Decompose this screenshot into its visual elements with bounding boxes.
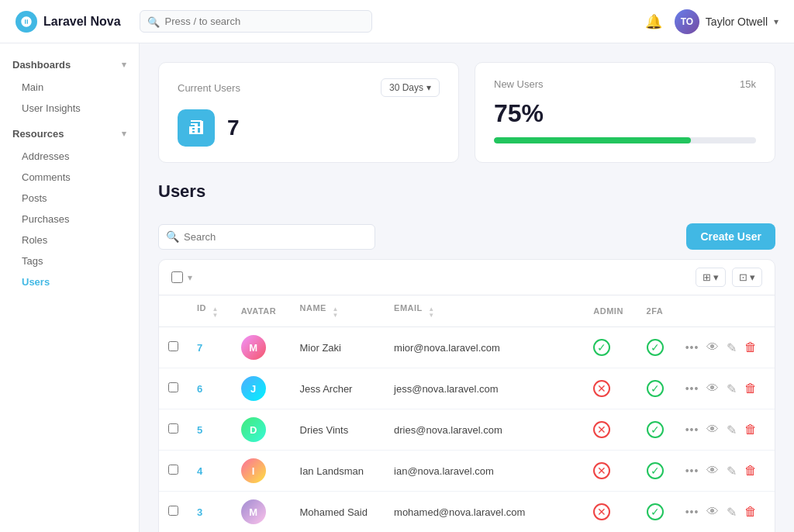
delete-button[interactable]: 🗑: [744, 340, 757, 354]
delete-button[interactable]: 🗑: [744, 423, 757, 437]
table-row: 5 D Dries Vints dries@nova.laravel.com ✕…: [159, 409, 775, 451]
row-checkbox[interactable]: [168, 423, 178, 434]
sidebar-item-user-insights[interactable]: User Insights: [0, 98, 139, 119]
users-section: Users 🔍 Create User ▾: [158, 181, 775, 532]
row-checkbox[interactable]: [168, 382, 178, 392]
more-actions-button[interactable]: •••: [685, 423, 699, 436]
more-actions-button[interactable]: •••: [685, 506, 699, 518]
search-wrap: 🔍: [158, 224, 375, 250]
row-id: 7: [188, 327, 232, 368]
sidebar-item-roles[interactable]: Roles: [0, 230, 139, 250]
chevron-icon: ▾: [122, 129, 126, 139]
table-container: ▾ ⊞ ▾ ⊡ ▾: [158, 259, 775, 532]
row-name: Ian Landsman: [291, 451, 385, 492]
more-actions-button[interactable]: •••: [685, 341, 699, 354]
table-search-input[interactable]: [158, 224, 375, 250]
edit-button[interactable]: ✎: [727, 340, 737, 355]
view-button[interactable]: 👁: [706, 423, 719, 437]
sidebar-item-addresses[interactable]: Addresses: [0, 146, 139, 167]
edit-button[interactable]: ✎: [727, 464, 737, 478]
row-email: mior@nova.laravel.com: [385, 327, 584, 368]
sidebar-item-users[interactable]: Users: [0, 271, 139, 292]
delete-button[interactable]: 🗑: [744, 382, 757, 396]
more-actions-button[interactable]: •••: [685, 382, 699, 395]
row-avatar-cell: J: [232, 368, 291, 409]
create-user-button[interactable]: Create User: [686, 223, 775, 250]
stats-row: Current Users 30 Days ▾ 7: [158, 62, 775, 163]
search-bar: 🔍: [140, 10, 372, 33]
sidebar-item-comments[interactable]: Comments: [0, 167, 139, 188]
chevron-down-icon: ▾: [774, 16, 778, 27]
search-input[interactable]: [140, 10, 372, 33]
sidebar-item-tags[interactable]: Tags: [0, 250, 139, 271]
edit-button[interactable]: ✎: [727, 382, 737, 396]
row-twofa: ✓: [637, 409, 676, 451]
bell-icon[interactable]: 🔔: [645, 13, 662, 30]
progress-bar-fill: [494, 137, 691, 143]
admin-status: ✕: [593, 462, 610, 479]
more-actions-button[interactable]: •••: [685, 465, 699, 477]
row-twofa: ✓: [637, 327, 676, 368]
row-actions: ••• 👁 ✎ 🗑: [676, 451, 775, 492]
period-chevron: ▾: [426, 82, 431, 93]
col-name: NAME ▲▼: [291, 295, 385, 327]
filter-button[interactable]: ⊡ ▾: [732, 268, 762, 287]
topbar: Laravel Nova 🔍 🔔 TO Taylor Otwell ▾: [0, 0, 794, 43]
sort-icon[interactable]: ▲▼: [332, 306, 338, 319]
view-toggle-button[interactable]: ⊞ ▾: [696, 268, 726, 287]
sidebar-item-posts[interactable]: Posts: [0, 188, 139, 209]
search-create-row: 🔍 Create User: [158, 223, 775, 250]
avatar: TO: [675, 9, 699, 34]
filter-icon: ⊡: [739, 271, 747, 283]
delete-button[interactable]: 🗑: [744, 505, 757, 519]
logo-svg: [20, 16, 33, 28]
row-id: 6: [188, 368, 232, 409]
row-admin: ✓: [584, 327, 637, 368]
row-checkbox[interactable]: [168, 506, 178, 516]
avatar: J: [241, 376, 266, 401]
view-button[interactable]: 👁: [706, 382, 719, 396]
table-top-bar: ▾ ⊞ ▾ ⊡ ▾: [159, 260, 775, 295]
period-label: 30 Days: [389, 82, 423, 93]
logo[interactable]: Laravel Nova: [16, 11, 121, 33]
stat-icon-box: [178, 109, 215, 147]
row-email: ian@nova.laravel.com: [385, 451, 584, 492]
edit-button[interactable]: ✎: [727, 505, 737, 520]
stat-value-row: 7: [178, 109, 440, 147]
new-users-card: New Users 15k 75%: [475, 62, 775, 163]
row-checkbox[interactable]: [168, 465, 178, 475]
sidebar-section-header-dashboards[interactable]: Dashboards ▾: [0, 53, 139, 77]
sidebar-item-purchases[interactable]: Purchases: [0, 209, 139, 230]
page-title: Users: [158, 181, 205, 202]
action-buttons: ••• 👁 ✎ 🗑: [685, 505, 765, 520]
period-select[interactable]: 30 Days ▾: [381, 78, 440, 97]
sidebar-section-header-resources[interactable]: Resources ▾: [0, 122, 139, 146]
view-button[interactable]: 👁: [706, 505, 719, 519]
row-id: 4: [188, 451, 232, 492]
view-button[interactable]: 👁: [706, 464, 719, 478]
row-name: Mior Zaki: [291, 327, 385, 368]
row-checkbox[interactable]: [168, 341, 178, 351]
sidebar-section-dashboards: Dashboards ▾ Main User Insights: [0, 53, 139, 119]
table-head: ID ▲▼ AVATAR NAME ▲▼ EMAIL ▲▼ ADMIN 2FA: [159, 295, 775, 327]
twofa-status: ✓: [647, 462, 664, 479]
svg-rect-0: [189, 126, 192, 134]
view-chevron: ▾: [713, 271, 719, 283]
sort-icon[interactable]: ▲▼: [428, 306, 434, 319]
select-all-row: ▾: [171, 271, 192, 283]
search-icon: 🔍: [147, 16, 160, 27]
user-menu[interactable]: TO Taylor Otwell ▾: [675, 9, 778, 34]
row-twofa: ✓: [637, 451, 676, 492]
view-button[interactable]: 👁: [706, 340, 719, 354]
avatar: M: [241, 335, 266, 360]
select-all-checkbox[interactable]: [171, 271, 183, 283]
current-users-title: Current Users: [178, 82, 240, 94]
chevron-down-icon[interactable]: ▾: [188, 272, 192, 283]
sidebar-item-main[interactable]: Main: [0, 77, 139, 98]
table-body: 7 M Mior Zaki mior@nova.laravel.com ✓ ✓ …: [159, 327, 775, 533]
delete-button[interactable]: 🗑: [744, 464, 757, 478]
main-layout: Dashboards ▾ Main User Insights Resource…: [0, 43, 794, 532]
filter-chevron: ▾: [750, 271, 755, 283]
edit-button[interactable]: ✎: [727, 423, 737, 437]
sort-icon[interactable]: ▲▼: [212, 306, 219, 319]
